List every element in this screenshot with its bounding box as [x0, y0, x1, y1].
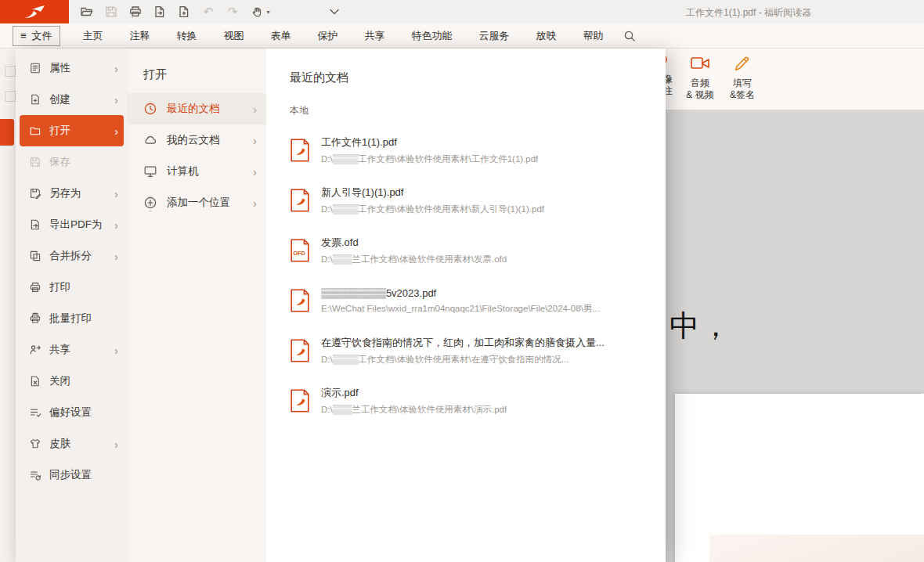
fill-sign-label-line1: 填写 [722, 77, 763, 89]
create-pdf-button[interactable] [174, 2, 194, 21]
sidebar-item-label: 打印 [49, 280, 70, 294]
tab-home[interactable]: 主页 [70, 24, 117, 48]
tab-slideshow[interactable]: 放映 [523, 24, 570, 48]
document-text: 中， [670, 306, 732, 346]
open-panel: 打开 最近的文档 › 我的云文档 › [128, 49, 266, 562]
export-pdf-button[interactable] [150, 2, 170, 21]
submenu-arrow-icon: › [114, 94, 118, 106]
selected-tool-highlight [0, 119, 14, 146]
close-document-icon [29, 375, 42, 387]
sidebar-item-sync-settings[interactable]: 同步设置 [20, 459, 124, 491]
tab-help[interactable]: 帮助 [570, 24, 617, 48]
save-button[interactable] [101, 2, 121, 21]
sidebar-item-label: 打开 [49, 124, 70, 138]
fill-sign-button[interactable]: 填写 &签名 [722, 50, 763, 106]
skin-icon [29, 438, 42, 450]
sidebar-item-close[interactable]: 关闭 [20, 366, 124, 397]
submenu-arrow-icon: › [114, 125, 118, 137]
hand-tool-button[interactable]: ▾ [247, 2, 275, 21]
sidebar-item-skin[interactable]: 皮肤 › [20, 428, 124, 459]
recent-file-row[interactable]: 在遵守饮食指南的情况下，红肉，加工肉和家禽的膳食摄入量... D:\▒▒▒▒工作… [290, 326, 650, 376]
sidebar-item-properties[interactable]: 属性 › [20, 52, 124, 84]
recent-file-row[interactable]: OFD 发票.ofd D:\▒▒▒兰工作文档\体验软件使用素材\发票.ofd [290, 225, 650, 276]
tab-form[interactable]: 表单 [258, 24, 305, 48]
open-item-label: 添加一个位置 [167, 196, 230, 210]
hand-icon [251, 5, 265, 19]
open-item-my-cloud-documents[interactable]: 我的云文档 › [128, 124, 266, 156]
svg-text:OFD: OFD [293, 250, 305, 257]
sidebar-item-label: 另存为 [49, 186, 81, 200]
document-page[interactable] [675, 394, 924, 562]
open-file-button[interactable] [77, 2, 97, 21]
sidebar-item-label: 批量打印 [49, 312, 92, 326]
search-button[interactable] [623, 30, 636, 42]
undo-button[interactable]: ↶ [198, 2, 218, 21]
file-name: 演示.pdf [321, 386, 507, 400]
sidebar-item-combine-split[interactable]: 合并拆分 › [20, 240, 124, 272]
chevron-down-icon [328, 7, 341, 16]
collapse-ribbon-button[interactable] [324, 2, 345, 21]
submenu-arrow-icon: › [114, 344, 118, 356]
open-item-computer[interactable]: 计算机 › [128, 156, 266, 187]
file-name: 发票.ofd [321, 236, 507, 250]
file-path: E:\WeChat Files\wxid_rra1m04nqaqc21\File… [321, 303, 600, 315]
sidebar-item-save[interactable]: 保存 [20, 146, 124, 178]
menubar: ≡ 文件 主页 注释 转换 视图 表单 保护 共享 特色功能 云服务 放映 帮助 [0, 23, 924, 49]
sidebar-item-label: 同步设置 [49, 468, 92, 482]
file-name: 在遵守饮食指南的情况下，红肉，加工肉和家禽的膳食摄入量... [321, 336, 605, 350]
sidebar-item-save-as[interactable]: 另存为 › [20, 178, 124, 209]
clock-icon [143, 102, 157, 116]
tab-convert[interactable]: 转换 [164, 24, 211, 48]
recent-file-row[interactable]: 新人引导(1)(1).pdf D:\▒▒▒▒工作文档\体验软件使用素材\新人引导… [290, 175, 650, 225]
audio-video-button[interactable]: 音频 & 视频 [678, 50, 722, 106]
hamburger-icon: ≡ [20, 30, 27, 41]
recent-file-row[interactable]: ▒▒▒▒▒▒▒▒▒5v2023.pdf E:\WeChat Files\wxid… [290, 276, 650, 326]
submenu-arrow-icon: › [114, 438, 118, 450]
file-name: ▒▒▒▒▒▒▒▒▒5v2023.pdf [321, 287, 600, 299]
open-item-recent-documents[interactable]: 最近的文档 › [128, 93, 266, 124]
tab-view[interactable]: 视图 [211, 24, 258, 48]
floppy-icon [104, 5, 118, 19]
sidebar-item-share[interactable]: 共享 › [20, 334, 124, 366]
sidebar-item-create[interactable]: 创建 › [20, 84, 124, 115]
recent-documents-panel: 最近的文档 本地 工作文件1(1).pdf D:\▒▒▒▒工作文档\体验软件使用… [266, 49, 666, 562]
sidebar-item-open[interactable]: 打开 › [20, 115, 124, 146]
tab-cloud-services[interactable]: 云服务 [466, 24, 523, 48]
open-item-add-a-place[interactable]: 添加一个位置 › [128, 187, 266, 218]
file-path: D:\▒▒▒▒工作文档\体验软件使用素材\在遵守饮食指南的情况... [321, 354, 605, 366]
recent-file-row[interactable]: 工作文件1(1).pdf D:\▒▒▒▒工作文档\体验软件使用素材\工作文件1(… [290, 125, 650, 175]
tab-comment[interactable]: 注释 [117, 24, 164, 48]
open-icon [29, 124, 42, 137]
pdf-file-icon [290, 289, 310, 312]
submenu-arrow-icon: › [253, 197, 257, 209]
sync-settings-icon [29, 469, 42, 481]
audio-video-label-line1: 音频 [678, 77, 722, 89]
print-button[interactable] [125, 2, 146, 21]
sidebar-item-batch-print[interactable]: 批量打印 [20, 303, 124, 334]
share-icon [29, 344, 42, 356]
file-path: D:\▒▒▒兰工作文档\体验软件使用素材\发票.ofd [321, 254, 507, 265]
open-panel-title: 打开 [143, 67, 266, 82]
batch-print-icon [29, 312, 42, 325]
sidebar-item-preferences[interactable]: 偏好设置 [20, 397, 124, 428]
tab-special-features[interactable]: 特色功能 [399, 24, 466, 48]
tab-share[interactable]: 共享 [352, 24, 399, 48]
fill-sign-label-line2: &签名 [722, 89, 763, 101]
redo-button[interactable]: ↷ [222, 2, 243, 21]
ofd-file-icon: OFD [290, 239, 310, 262]
pdf-file-icon [290, 389, 310, 412]
sidebar-item-print[interactable]: 打印 [20, 272, 124, 303]
open-item-label: 最近的文档 [167, 102, 220, 116]
audio-video-label-line2: & 视频 [678, 89, 722, 101]
preferences-icon [29, 406, 42, 419]
search-icon [623, 30, 636, 42]
doc-export-icon [153, 5, 167, 19]
tab-protect[interactable]: 保护 [305, 24, 352, 48]
file-menu-button[interactable]: ≡ 文件 [13, 26, 60, 46]
recent-file-row[interactable]: 演示.pdf D:\▒▒▒兰工作文档\体验软件使用素材\演示.pdf [290, 376, 650, 426]
submenu-arrow-icon: › [114, 63, 118, 74]
sidebar-item-export-pdf[interactable]: 导出PDF为 › [20, 209, 124, 240]
submenu-arrow-icon: › [114, 250, 118, 262]
file-name: 工作文件1(1).pdf [321, 135, 538, 150]
foxit-logo[interactable] [0, 0, 69, 23]
